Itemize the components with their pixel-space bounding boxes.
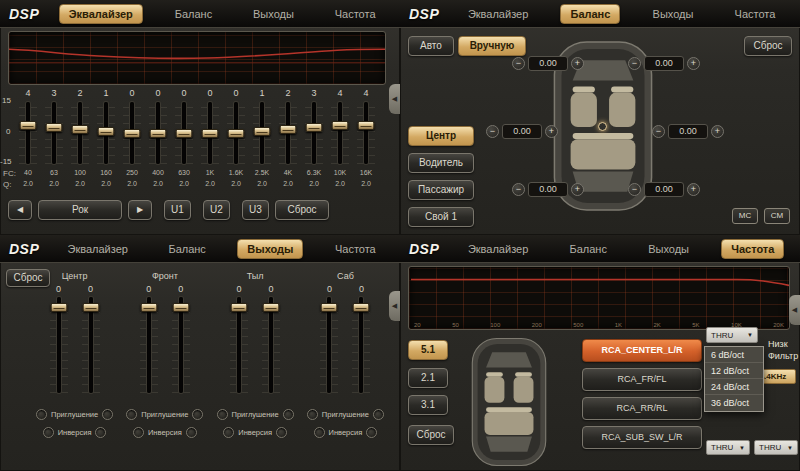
invert-toggle-left[interactable] — [133, 427, 144, 438]
slider-handle[interactable] — [72, 125, 89, 134]
slider-handle[interactable] — [321, 303, 338, 312]
plus-button[interactable]: + — [571, 57, 584, 70]
mute-toggle-left[interactable] — [126, 409, 137, 420]
invert-toggle-left[interactable] — [314, 427, 325, 438]
plus-button[interactable]: + — [571, 183, 584, 196]
eq-band-slider[interactable] — [330, 100, 350, 166]
eq-band-slider[interactable] — [148, 100, 168, 166]
drawer-handle[interactable]: ◀ — [389, 291, 400, 321]
slider-handle[interactable] — [172, 303, 189, 312]
channel-center-button[interactable]: RCA_CENTER_L/R — [582, 339, 702, 362]
user-preset-2-button[interactable]: U2 — [203, 200, 230, 220]
tab-equalizer[interactable]: Эквалайзер — [59, 4, 143, 24]
eq-band-slider[interactable] — [226, 100, 246, 166]
slider-handle[interactable] — [98, 127, 115, 136]
slider-handle[interactable] — [228, 129, 245, 138]
tab-balance[interactable]: Баланс — [561, 240, 616, 258]
slider-handle[interactable] — [124, 129, 141, 138]
slider-handle[interactable] — [306, 123, 323, 132]
slider-handle[interactable] — [176, 129, 193, 138]
tab-frequency[interactable]: Частота — [726, 5, 785, 23]
slider-handle[interactable] — [82, 303, 99, 312]
output-slider[interactable] — [319, 295, 339, 395]
minus-button[interactable]: − — [628, 183, 641, 196]
position-center-button[interactable]: Центр — [408, 126, 474, 146]
output-slider[interactable] — [171, 295, 191, 395]
invert-toggle-right[interactable] — [95, 427, 106, 438]
output-slider[interactable] — [261, 295, 281, 395]
slider-handle[interactable] — [46, 123, 63, 132]
mc-button[interactable]: MC — [732, 208, 758, 224]
minus-button[interactable]: − — [486, 125, 499, 138]
invert-toggle-right[interactable] — [186, 427, 197, 438]
slider-handle[interactable] — [50, 303, 67, 312]
eq-band-slider[interactable] — [96, 100, 116, 166]
preset-next-button[interactable]: ▶ — [128, 200, 152, 220]
minus-button[interactable]: − — [652, 125, 665, 138]
slider-handle[interactable] — [254, 127, 271, 136]
tab-outputs[interactable]: Выходы — [639, 240, 698, 258]
slider-handle[interactable] — [263, 303, 280, 312]
slider-handle[interactable] — [332, 121, 349, 130]
preset-prev-button[interactable]: ◀ — [8, 200, 32, 220]
plus-button[interactable]: + — [545, 125, 558, 138]
eq-band-slider[interactable] — [174, 100, 194, 166]
tab-frequency[interactable]: Частота — [326, 240, 385, 258]
drawer-handle[interactable]: ◀ — [389, 84, 400, 114]
eq-band-slider[interactable] — [356, 100, 376, 166]
balance-manual-button[interactable]: Вручную — [458, 36, 526, 56]
tab-frequency[interactable]: Частота — [326, 5, 385, 23]
slope-option-24db[interactable]: 24 dB/oct — [705, 379, 763, 395]
slider-handle[interactable] — [353, 303, 370, 312]
eq-band-slider[interactable] — [122, 100, 142, 166]
balance-auto-button[interactable]: Авто — [408, 36, 454, 56]
mute-toggle-right[interactable] — [102, 409, 113, 420]
eq-band-slider[interactable] — [252, 100, 272, 166]
slope-option-12db[interactable]: 12 dB/oct — [705, 363, 763, 379]
eq-band-slider[interactable] — [304, 100, 324, 166]
thru-select-left[interactable]: THRU ▼ — [706, 440, 750, 455]
slider-handle[interactable] — [358, 121, 375, 130]
slope-dropdown[interactable]: THRU ▼ — [706, 327, 758, 343]
tab-equalizer[interactable]: Эквалайзер — [459, 5, 537, 23]
drawer-handle[interactable]: ◀ — [789, 295, 800, 325]
mute-toggle-left[interactable] — [36, 409, 47, 420]
plus-button[interactable]: + — [711, 125, 724, 138]
slope-option-36db[interactable]: 36 dB/oct — [705, 395, 763, 411]
slider-handle[interactable] — [140, 303, 157, 312]
tab-equalizer[interactable]: Эквалайзер — [459, 240, 537, 258]
mute-toggle-left[interactable] — [217, 409, 228, 420]
mode-5-1-button[interactable]: 5.1 — [408, 340, 448, 360]
tab-outputs[interactable]: Выходы — [237, 239, 303, 259]
preset-select[interactable]: Рок — [38, 200, 122, 220]
plus-button[interactable]: + — [687, 183, 700, 196]
output-slider[interactable] — [139, 295, 159, 395]
slider-handle[interactable] — [202, 129, 219, 138]
output-slider[interactable] — [81, 295, 101, 395]
balance-reset-button[interactable]: Сброс — [744, 36, 792, 56]
channel-sub-button[interactable]: RCA_SUB_SW_L/R — [582, 426, 702, 449]
minus-button[interactable]: − — [628, 57, 641, 70]
tab-balance[interactable]: Баланс — [560, 4, 620, 24]
output-slider[interactable] — [351, 295, 371, 395]
slider-handle[interactable] — [20, 121, 37, 130]
eq-band-slider[interactable] — [44, 100, 64, 166]
user-preset-3-button[interactable]: U3 — [242, 200, 269, 220]
eq-band-slider[interactable] — [18, 100, 38, 166]
tab-balance[interactable]: Баланс — [166, 5, 221, 23]
mute-toggle-right[interactable] — [373, 409, 384, 420]
mute-toggle-left[interactable] — [307, 409, 318, 420]
minus-button[interactable]: − — [512, 57, 525, 70]
invert-toggle-left[interactable] — [43, 427, 54, 438]
channel-front-button[interactable]: RCA_FR/FL — [582, 368, 702, 391]
slider-handle[interactable] — [150, 129, 167, 138]
thru-select-right[interactable]: THRU ▼ — [754, 440, 798, 455]
slider-handle[interactable] — [280, 125, 297, 134]
invert-toggle-left[interactable] — [223, 427, 234, 438]
tab-outputs[interactable]: Выходы — [244, 5, 303, 23]
tab-equalizer[interactable]: Эквалайзер — [59, 240, 137, 258]
user-preset-1-button[interactable]: U1 — [164, 200, 191, 220]
cm-button[interactable]: CM — [764, 208, 790, 224]
output-slider[interactable] — [229, 295, 249, 395]
freq-reset-button[interactable]: Сброс — [408, 425, 454, 445]
